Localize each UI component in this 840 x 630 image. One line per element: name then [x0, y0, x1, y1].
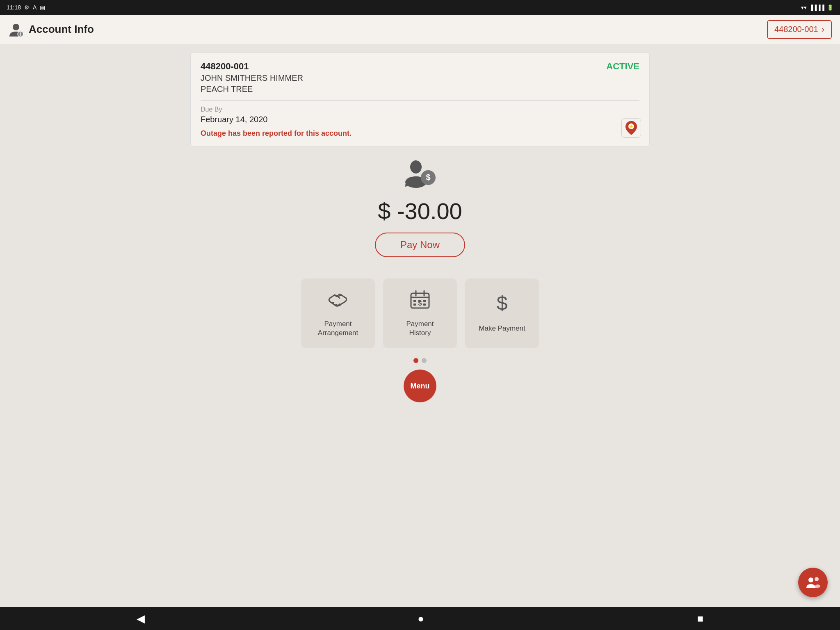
account-balance-icon: $: [404, 160, 436, 194]
account-card: 448200-001 ACTIVE JOHN SMITHERS HIMMER P…: [190, 52, 650, 146]
home-button[interactable]: ●: [404, 609, 437, 628]
contacts-fab-button[interactable]: [798, 568, 828, 597]
svg-rect-20: [413, 304, 416, 306]
svg-point-11: [338, 304, 341, 306]
status-left: 11:18 ⚙ A ▤: [7, 4, 45, 11]
payment-arrangement-label: PaymentArrangement: [318, 320, 358, 338]
account-location: PEACH TREE: [201, 84, 639, 94]
chevron-right-icon: ›: [822, 24, 824, 35]
page-title: Account Info: [29, 23, 94, 36]
recents-button[interactable]: ■: [684, 609, 717, 628]
svg-rect-18: [418, 300, 421, 302]
dollar-sign-icon: $: [491, 294, 513, 319]
outage-location-button[interactable]: ⚡: [621, 118, 641, 138]
handshake-icon: [327, 289, 349, 315]
svg-point-23: [808, 578, 813, 582]
time-display: 11:18: [7, 4, 21, 11]
make-payment-tile[interactable]: $ Make Payment: [465, 278, 539, 348]
bottom-nav: ◀ ● ■: [0, 607, 840, 630]
sim-icon: ▤: [40, 4, 45, 11]
menu-button[interactable]: Menu: [404, 370, 436, 402]
svg-text:$: $: [426, 173, 430, 182]
back-button[interactable]: ◀: [123, 609, 158, 628]
pay-now-button[interactable]: Pay Now: [375, 233, 465, 257]
wifi-icon: ▾▾: [801, 5, 807, 11]
balance-amount: $ -30.00: [378, 198, 462, 224]
balance-section: $ $ -30.00 Pay Now: [375, 160, 465, 257]
svg-text:⚡: ⚡: [628, 123, 634, 129]
make-payment-label: Make Payment: [479, 324, 525, 333]
dot-1: [413, 358, 418, 363]
accessibility-icon: A: [33, 4, 37, 11]
due-by-label: Due By: [201, 106, 639, 113]
status-bar: 11:18 ⚙ A ▤ ▾▾ ▐▐▐▐ 🔋: [0, 0, 840, 15]
signal-icon: ▐▐▐▐: [809, 5, 824, 11]
dot-2: [422, 358, 427, 363]
payment-arrangement-tile[interactable]: PaymentArrangement: [301, 278, 375, 348]
payment-history-tile[interactable]: $ PaymentHistory: [383, 278, 457, 348]
outage-pin-icon: ⚡: [625, 121, 637, 135]
svg-rect-17: [413, 300, 416, 302]
nav-bar: i Account Info 448200-001 ›: [0, 15, 840, 44]
outage-message: Outage has been reported for this accoun…: [201, 129, 639, 138]
account-selector-button[interactable]: 448200-001 ›: [767, 20, 832, 39]
payment-history-label: PaymentHistory: [406, 320, 434, 338]
account-status: ACTIVE: [606, 61, 639, 72]
status-right: ▾▾ ▐▐▐▐ 🔋: [801, 5, 833, 11]
people-icon: [806, 575, 820, 590]
svg-point-24: [815, 577, 819, 581]
person-info-icon: i: [8, 22, 24, 37]
account-number-label: 448200-001: [774, 25, 818, 34]
svg-point-5: [410, 160, 422, 173]
main-content: 448200-001 ACTIVE JOHN SMITHERS HIMMER P…: [0, 44, 840, 607]
account-holder-name: JOHN SMITHERS HIMMER: [201, 73, 639, 83]
svg-text:i: i: [20, 32, 21, 37]
due-date: February 14, 2020: [201, 115, 639, 124]
nav-left: i Account Info: [8, 22, 94, 37]
pagination-dots: [413, 358, 427, 363]
svg-point-9: [332, 302, 334, 304]
account-number: 448200-001: [201, 61, 249, 72]
action-tiles-container: PaymentArrangement $ PaymentHistory: [301, 278, 539, 348]
calendar-dollar-icon: $: [409, 289, 431, 315]
card-divider: [201, 100, 639, 101]
svg-text:$: $: [497, 294, 508, 314]
svg-rect-19: [423, 300, 426, 302]
svg-rect-21: [423, 304, 426, 306]
settings-icon: ⚙: [24, 4, 30, 11]
account-card-header: 448200-001 ACTIVE: [201, 61, 639, 72]
battery-icon: 🔋: [827, 5, 833, 11]
person-dollar-icon: $: [404, 160, 436, 188]
svg-point-10: [335, 304, 338, 306]
svg-point-0: [13, 24, 19, 30]
